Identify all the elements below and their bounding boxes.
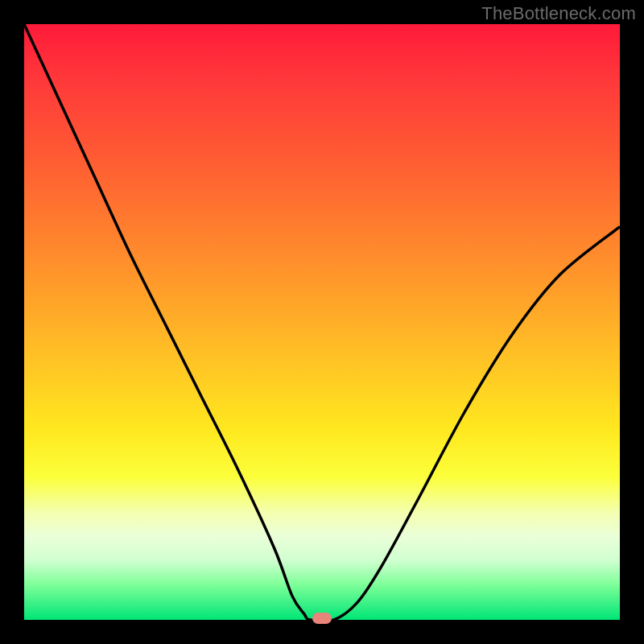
bottleneck-curve — [24, 24, 620, 620]
plot-area — [24, 24, 620, 620]
chart-container: TheBottleneck.com — [0, 0, 644, 644]
optimal-point-marker — [312, 613, 332, 624]
watermark-text: TheBottleneck.com — [481, 3, 636, 24]
